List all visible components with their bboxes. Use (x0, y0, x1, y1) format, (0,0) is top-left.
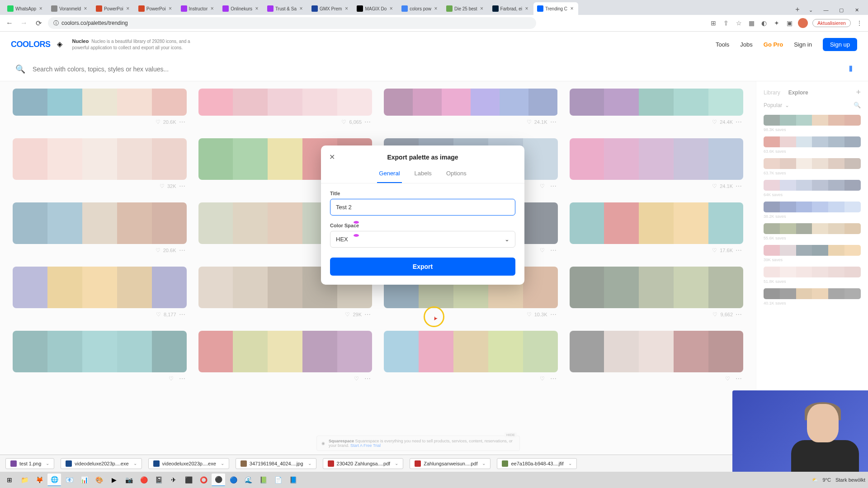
colorspace-label: Color Space (330, 223, 515, 228)
export-modal: ✕ Export palette as image General Labels… (321, 145, 524, 285)
chevron-down-icon[interactable]: ⌄ (133, 461, 137, 466)
taskbar-chrome-icon[interactable]: 🌐 (47, 474, 61, 486)
taskbar-vlc-icon[interactable]: ▶ (107, 474, 121, 486)
title-input[interactable] (330, 199, 515, 216)
taskbar-app-icon[interactable]: 📷 (122, 474, 136, 486)
colorspace-select[interactable]: HEX ⌄ (330, 231, 515, 248)
weather-icon[interactable]: ⛅ (812, 477, 818, 483)
taskbar-app-icon[interactable]: 📄 (271, 474, 285, 486)
tab-general[interactable]: General (377, 166, 401, 183)
download-item[interactable]: ee7a180a-b948-43....jfif⌄ (497, 458, 576, 469)
taskbar-edge-icon[interactable]: 🌊 (241, 474, 255, 486)
weather-text: Stark bewölkt (835, 477, 865, 483)
file-name: 230420 Zahlungsa....pdf (337, 461, 391, 466)
taskbar-explorer-icon[interactable]: 📁 (18, 474, 31, 486)
download-item[interactable]: Zahlungsanweisun....pdf⌄ (410, 458, 491, 469)
taskbar-word-icon[interactable]: 📘 (286, 474, 300, 486)
taskbar-app-icon[interactable]: 🔵 (226, 474, 240, 486)
file-icon (10, 460, 17, 467)
download-item[interactable]: 230420 Zahlungsa....pdf⌄ (323, 458, 404, 469)
file-name: videodeluxe2023p....exe (162, 461, 216, 466)
taskbar-app-icon[interactable]: 🔴 (137, 474, 151, 486)
taskbar-app-icon[interactable]: 🎨 (92, 474, 106, 486)
taskbar: ⊞ 📁 🦊 🌐 📧 📊 🎨 ▶ 📷 🔴 📓 ✈ ⬛ ⭕ ⚫ 🔵 🌊 📗 📄 📘 … (0, 472, 868, 488)
file-name: 3471961984_4024....jpg (250, 461, 303, 466)
taskbar-app-icon[interactable]: ⬛ (182, 474, 195, 486)
chevron-down-icon[interactable]: ⌄ (308, 461, 311, 466)
chevron-down-icon[interactable]: ⌄ (568, 461, 572, 466)
download-item[interactable]: videodeluxe2023p....exe⌄ (61, 458, 142, 469)
title-label: Title (330, 191, 515, 196)
file-icon (241, 460, 247, 467)
close-icon[interactable]: ✕ (329, 153, 335, 161)
taskbar-app-icon[interactable]: ⭕ (197, 474, 210, 486)
chevron-down-icon[interactable]: ⌄ (46, 461, 49, 466)
taskbar-obs-icon[interactable]: ⚫ (212, 474, 225, 486)
download-item[interactable]: 3471961984_4024....jpg⌄ (236, 458, 316, 469)
annotation-mark (354, 221, 359, 224)
download-item[interactable]: videodeluxe2023p....exe⌄ (148, 458, 229, 469)
annotation-mark (354, 234, 359, 237)
file-icon (328, 460, 334, 467)
chevron-down-icon[interactable]: ⌄ (482, 461, 486, 466)
file-icon (153, 460, 160, 467)
file-icon (415, 460, 421, 467)
webcam-overlay (732, 390, 868, 472)
download-item[interactable]: test 1.png⌄ (5, 458, 54, 469)
file-name: test 1.png (19, 461, 41, 466)
tab-labels[interactable]: Labels (413, 166, 434, 183)
taskbar-firefox-icon[interactable]: 🦊 (33, 474, 46, 486)
taskbar-onenote-icon[interactable]: 📓 (152, 474, 165, 486)
file-name: videodeluxe2023p....exe (75, 461, 128, 466)
file-name: ee7a180a-b948-43....jfif (511, 461, 563, 466)
file-icon (502, 460, 508, 467)
export-button[interactable]: Export (330, 258, 515, 276)
start-button[interactable]: ⊞ (3, 474, 16, 486)
chevron-down-icon[interactable]: ⌄ (221, 461, 224, 466)
weather-temp: 9°C (823, 477, 831, 483)
tab-options[interactable]: Options (444, 166, 468, 183)
taskbar-telegram-icon[interactable]: ✈ (167, 474, 180, 486)
chevron-down-icon: ⌄ (505, 236, 509, 243)
file-icon (66, 460, 72, 467)
taskbar-excel-icon[interactable]: 📗 (256, 474, 270, 486)
file-name: Zahlungsanweisun....pdf (424, 461, 477, 466)
taskbar-outlook-icon[interactable]: 📧 (62, 474, 76, 486)
taskbar-powerpoint-icon[interactable]: 📊 (77, 474, 91, 486)
chevron-down-icon[interactable]: ⌄ (395, 461, 398, 466)
modal-title: Export palette as image (330, 154, 515, 161)
